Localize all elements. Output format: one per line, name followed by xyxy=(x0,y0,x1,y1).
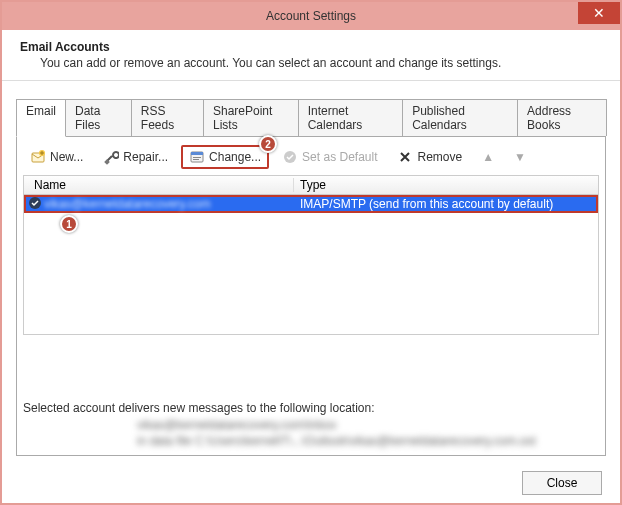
tab-data-files[interactable]: Data Files xyxy=(65,99,132,136)
change-label: Change... xyxy=(209,150,261,164)
account-list-header: Name Type xyxy=(23,175,599,195)
arrow-up-icon: ▲ xyxy=(482,150,494,164)
change-button[interactable]: Change... 2 xyxy=(181,145,269,169)
titlebar: Account Settings ✕ xyxy=(2,2,620,30)
dialog-footer: Close xyxy=(522,471,602,495)
set-default-button: Set as Default xyxy=(275,146,384,168)
account-type: IMAP/SMTP (send from this account by def… xyxy=(294,197,596,211)
window-close-button[interactable]: ✕ xyxy=(578,2,620,24)
column-type[interactable]: Type xyxy=(294,178,598,192)
delivery-label: Selected account delivers new messages t… xyxy=(23,401,375,415)
delivery-line2: in data file C:\Users\kernelIT\...\Outlo… xyxy=(137,433,536,449)
repair-button[interactable]: Repair... xyxy=(96,146,175,168)
tab-panel-email: New... Repair... Change... 2 Set as Def xyxy=(16,136,606,456)
delivery-line1: vikas@kerneldatarecovery.com\Inbox xyxy=(137,417,536,433)
arrow-down-icon: ▼ xyxy=(514,150,526,164)
move-down-button: ▼ xyxy=(507,147,533,167)
tab-published-calendars[interactable]: Published Calendars xyxy=(402,99,518,136)
header-title: Email Accounts xyxy=(20,40,602,54)
account-toolbar: New... Repair... Change... 2 Set as Def xyxy=(23,143,599,175)
tab-sharepoint-lists[interactable]: SharePoint Lists xyxy=(203,99,299,136)
close-button[interactable]: Close xyxy=(522,471,602,495)
remove-icon xyxy=(397,149,413,165)
repair-icon xyxy=(103,149,119,165)
account-settings-dialog: Account Settings ✕ Email Accounts You ca… xyxy=(0,0,622,505)
new-button[interactable]: New... xyxy=(23,146,90,168)
annotation-badge-1: 1 xyxy=(60,215,78,233)
check-circle-icon xyxy=(282,149,298,165)
remove-button[interactable]: Remove xyxy=(390,146,469,168)
column-name[interactable]: Name xyxy=(24,178,294,192)
set-default-label: Set as Default xyxy=(302,150,377,164)
account-list: vikas@kerneldatarecovery.com IMAP/SMTP (… xyxy=(23,195,599,335)
account-row[interactable]: vikas@kerneldatarecovery.com IMAP/SMTP (… xyxy=(24,195,598,213)
header-subtitle: You can add or remove an account. You ca… xyxy=(20,56,602,70)
new-label: New... xyxy=(50,150,83,164)
tab-email[interactable]: Email xyxy=(16,99,66,137)
tab-internet-calendars[interactable]: Internet Calendars xyxy=(298,99,404,136)
close-icon: ✕ xyxy=(593,5,605,21)
account-name: vikas@kerneldatarecovery.com xyxy=(44,197,294,211)
tab-rss-feeds[interactable]: RSS Feeds xyxy=(131,99,204,136)
svg-rect-6 xyxy=(193,159,199,160)
new-icon xyxy=(30,149,46,165)
repair-label: Repair... xyxy=(123,150,168,164)
change-icon xyxy=(189,149,205,165)
move-up-button: ▲ xyxy=(475,147,501,167)
default-check-icon xyxy=(26,196,44,213)
remove-label: Remove xyxy=(417,150,462,164)
delivery-location: vikas@kerneldatarecovery.com\Inbox in da… xyxy=(137,417,536,449)
tabstrip: Email Data Files RSS Feeds SharePoint Li… xyxy=(2,81,620,136)
window-title: Account Settings xyxy=(266,9,356,23)
dialog-header: Email Accounts You can add or remove an … xyxy=(2,30,620,81)
svg-rect-4 xyxy=(191,152,203,155)
annotation-badge-2: 2 xyxy=(259,135,277,153)
svg-rect-5 xyxy=(193,157,201,158)
tab-address-books[interactable]: Address Books xyxy=(517,99,607,136)
